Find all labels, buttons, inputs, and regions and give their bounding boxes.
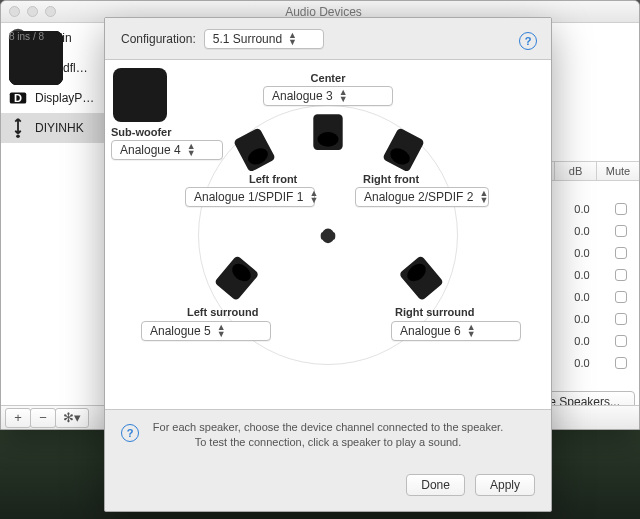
cell-db: 0.0 — [561, 225, 603, 237]
col-db[interactable]: dB — [555, 162, 597, 180]
sheet-header: Configuration: 5.1 Surround ▲▼ ? — [105, 18, 551, 60]
left-front-channel-select[interactable]: Analogue 1/SPDIF 1▲▼ — [185, 187, 315, 207]
add-device-button[interactable]: + — [5, 408, 31, 428]
cell-mute[interactable] — [603, 203, 639, 215]
minimize-icon[interactable] — [27, 6, 38, 17]
cell-mute[interactable] — [603, 269, 639, 281]
zoom-icon[interactable] — [45, 6, 56, 17]
left-surround-channel-select[interactable]: Analogue 5▲▼ — [141, 321, 271, 341]
chevron-updown-icon: ▲▼ — [303, 190, 317, 204]
mute-checkbox[interactable] — [615, 313, 627, 325]
chevron-updown-icon: ▲▼ — [282, 32, 296, 46]
hint-line-2: To test the connection, click a speaker … — [195, 435, 462, 450]
help-icon[interactable]: ? — [121, 424, 139, 442]
svg-point-6 — [318, 132, 339, 147]
cell-mute[interactable] — [603, 335, 639, 347]
configure-speakers-sheet: Configuration: 5.1 Surround ▲▼ ? Sub-woo… — [104, 17, 552, 512]
center-speaker-icon[interactable] — [307, 110, 349, 152]
configuration-label: Configuration: — [121, 32, 196, 46]
close-icon[interactable] — [9, 6, 20, 17]
mute-checkbox[interactable] — [615, 357, 627, 369]
hint-line-1: For each speaker, choose the device chan… — [153, 420, 503, 435]
help-icon[interactable]: ? — [519, 32, 537, 50]
svg-point-12 — [321, 232, 325, 239]
right-surround-channel-select[interactable]: Analogue 6▲▼ — [391, 321, 521, 341]
chevron-updown-icon: ▲▼ — [181, 143, 195, 157]
cell-db: 0.0 — [561, 269, 603, 281]
gear-menu-button[interactable]: ✻▾ — [55, 408, 89, 428]
mute-checkbox[interactable] — [615, 291, 627, 303]
usb-icon — [7, 117, 29, 139]
window-controls — [9, 6, 56, 17]
cell-mute[interactable] — [603, 313, 639, 325]
mute-checkbox[interactable] — [615, 247, 627, 259]
chevron-updown-icon: ▲▼ — [211, 324, 225, 338]
device-name: DisplayP… — [35, 91, 94, 105]
mute-checkbox[interactable] — [615, 225, 627, 237]
device-row[interactable]: D DisplayP… 0 ins / 2 — [1, 83, 106, 113]
cell-db: 0.0 — [561, 313, 603, 325]
subwoofer-channel-select[interactable]: Analogue 4▲▼ — [111, 140, 223, 160]
center-channel-select[interactable]: Analogue 3▲▼ — [263, 86, 393, 106]
subwoofer-label: Sub-woofer — [111, 126, 172, 138]
speaker-arena: Sub-woofer Analogue 4▲▼ Center Analogue … — [105, 60, 551, 410]
right-surround-label: Right surround — [395, 306, 474, 318]
sheet-footer: For each speaker, choose the device chan… — [105, 410, 551, 510]
mute-checkbox[interactable] — [615, 269, 627, 281]
mute-checkbox[interactable] — [615, 335, 627, 347]
center-label: Center — [311, 72, 346, 84]
cell-mute[interactable] — [603, 357, 639, 369]
cell-db: 0.0 — [561, 203, 603, 215]
subwoofer-icon[interactable] — [113, 68, 167, 122]
cell-mute[interactable] — [603, 247, 639, 259]
cell-mute[interactable] — [603, 225, 639, 237]
right-front-channel-select[interactable]: Analogue 2/SPDIF 2▲▼ — [355, 187, 489, 207]
chevron-updown-icon: ▲▼ — [473, 190, 487, 204]
configuration-select[interactable]: 5.1 Surround ▲▼ — [204, 29, 324, 49]
svg-point-13 — [332, 232, 336, 239]
chevron-updown-icon: ▲▼ — [461, 324, 475, 338]
mute-checkbox[interactable] — [615, 203, 627, 215]
left-front-label: Left front — [249, 173, 297, 185]
device-row-selected[interactable]: DIYINHK 8 ins / 8 — [1, 113, 106, 143]
cell-db: 0.0 — [561, 247, 603, 259]
done-button[interactable]: Done — [406, 474, 465, 496]
cell-db: 0.0 — [561, 357, 603, 369]
remove-device-button[interactable]: − — [30, 408, 56, 428]
left-surround-label: Left surround — [187, 306, 259, 318]
device-name: DIYINHK — [35, 121, 84, 135]
col-mute[interactable]: Mute — [597, 162, 639, 180]
apply-button[interactable]: Apply — [475, 474, 535, 496]
cell-db: 0.0 — [561, 291, 603, 303]
cell-db: 0.0 — [561, 335, 603, 347]
chevron-updown-icon: ▲▼ — [333, 89, 347, 103]
svg-text:D: D — [14, 92, 22, 104]
displayport-icon: D — [7, 87, 29, 109]
right-front-label: Right front — [363, 173, 419, 185]
svg-point-4 — [16, 134, 20, 138]
listener-icon — [317, 224, 339, 246]
device-sidebar: Built-in 0 ins / 2 Soundfl… 2 ins / 2 D … — [1, 23, 107, 405]
cell-mute[interactable] — [603, 291, 639, 303]
